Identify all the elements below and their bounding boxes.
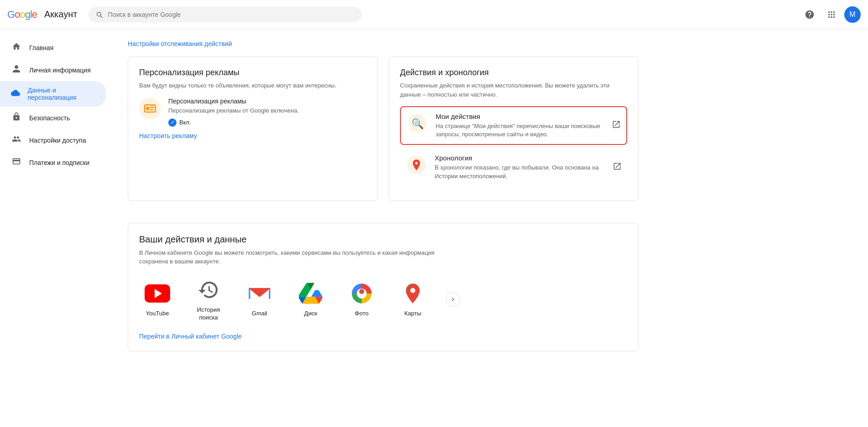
payment-icon: [11, 157, 22, 168]
sidebar: Главная Личная информация Данные и персо…: [0, 29, 109, 362]
timeline-title: Хронология: [435, 154, 605, 162]
svg-point-2: [146, 107, 149, 110]
help-button[interactable]: [800, 5, 819, 24]
history-icon: [196, 277, 221, 303]
cards-row: Персонализация рекламы Вам будут видны т…: [128, 57, 639, 212]
service-maps[interactable]: Карты: [395, 281, 431, 318]
check-icon: ✓: [168, 118, 177, 127]
timeline-icon: [405, 154, 427, 176]
sidebar-item-personal-label: Личная информация: [29, 67, 91, 74]
timeline-desc: В хронологии показано, где вы побывали. …: [435, 164, 605, 180]
ad-icon: [139, 98, 161, 119]
ad-item: Персонализация рекламы Персонализация ре…: [139, 98, 366, 127]
drive-icon: [298, 281, 323, 306]
service-youtube[interactable]: YouTube: [139, 281, 176, 318]
group-icon: [11, 134, 22, 146]
svg-text:🔍: 🔍: [411, 118, 424, 130]
gmail-label: Gmail: [252, 310, 267, 318]
sidebar-item-payments[interactable]: Платежи и подписки: [0, 151, 106, 174]
google-logo-link[interactable]: Google: [7, 9, 37, 21]
actions-card-title: Действия и хронология: [400, 68, 627, 77]
google-logo: Google: [7, 9, 37, 21]
sidebar-item-home[interactable]: Главная: [0, 36, 106, 59]
photos-label: Фото: [355, 310, 369, 318]
services-row: YouTube История поиска: [139, 277, 627, 322]
apps-button[interactable]: [822, 5, 841, 24]
service-photos[interactable]: Фото: [343, 281, 380, 318]
sidebar-item-home-label: Главная: [29, 44, 53, 51]
sidebar-item-security-label: Безопасность: [29, 114, 70, 122]
scroll-right-button[interactable]: [446, 292, 460, 307]
youtube-icon: [145, 281, 170, 306]
search-input[interactable]: [108, 11, 355, 18]
my-activity-info: Мои действия На странице "Мои действия" …: [436, 113, 604, 139]
ad-status-label: Вкл.: [179, 119, 191, 126]
sidebar-item-personal[interactable]: Личная информация: [0, 59, 106, 81]
google-account-link[interactable]: Перейти в Личный кабинет Google: [139, 333, 242, 340]
your-data-title: Ваши действия и данные: [139, 234, 627, 245]
actions-card-desc: Сохраненные действия и история местополо…: [400, 81, 627, 99]
ad-item-desc: Персонализация рекламы от Google включен…: [168, 107, 299, 115]
header-actions: M: [800, 5, 861, 24]
main-content: Настройки отслеживания действий Персонал…: [109, 29, 657, 362]
avatar[interactable]: M: [844, 6, 861, 23]
actions-card: Действия и хронология Сохраненные действ…: [389, 57, 639, 201]
service-drive[interactable]: Диск: [292, 281, 329, 318]
youtube-label: YouTube: [146, 310, 169, 318]
my-activity-desc: На странице "Мои действия" перечислены в…: [436, 122, 604, 139]
my-activity-icon: 🔍: [406, 113, 428, 134]
external-link-icon: [612, 120, 621, 131]
service-gmail[interactable]: Gmail: [241, 281, 278, 318]
my-activity-item[interactable]: 🔍 Мои действия На странице "Мои действия…: [400, 106, 627, 145]
person-icon: [11, 64, 22, 76]
ad-item-title: Персонализация рекламы: [168, 98, 299, 105]
lock-icon: [11, 112, 22, 123]
your-data-desc: В Личном кабинете Google вы можете посмо…: [139, 248, 458, 266]
my-activity-title: Мои действия: [436, 113, 604, 120]
header: Google Аккаунт M: [0, 0, 868, 29]
ad-card-title: Персонализация рекламы: [139, 68, 366, 77]
search-icon: [95, 10, 103, 19]
sidebar-item-data[interactable]: Данные и персонализация: [0, 81, 106, 107]
ad-item-info: Персонализация рекламы Персонализация ре…: [168, 98, 299, 127]
home-icon: [11, 42, 22, 53]
sidebar-item-payments-label: Платежи и подписки: [29, 159, 89, 166]
ad-status: ✓ Вкл.: [168, 118, 299, 127]
maps-icon: [400, 281, 426, 306]
timeline-item[interactable]: Хронология В хронологии показано, где вы…: [400, 149, 627, 185]
your-data-card: Ваши действия и данные В Личном кабинете…: [128, 223, 639, 351]
layout: Главная Личная информация Данные и персо…: [0, 29, 868, 362]
ad-personalization-card: Персонализация рекламы Вам будут видны т…: [128, 57, 378, 201]
tracking-settings-link[interactable]: Настройки отслеживания действий: [128, 40, 639, 47]
search-bar[interactable]: [88, 7, 362, 22]
photos-icon: [349, 281, 374, 306]
sidebar-item-security[interactable]: Безопасность: [0, 107, 106, 129]
maps-label: Карты: [404, 310, 421, 318]
ad-settings-link[interactable]: Настроить рекламу: [139, 132, 197, 139]
sidebar-item-access[interactable]: Настройки доступа: [0, 129, 106, 151]
drive-label: Диск: [304, 310, 317, 318]
timeline-info: Хронология В хронологии показано, где вы…: [435, 154, 605, 180]
data-icon: [11, 88, 20, 100]
ad-card-desc: Вам будут видны только те объявления, ко…: [139, 81, 366, 90]
history-label: История поиска: [197, 306, 220, 322]
service-history[interactable]: История поиска: [190, 277, 227, 322]
page-title: Аккаунт: [44, 9, 77, 20]
sidebar-item-access-label: Настройки доступа: [29, 137, 86, 144]
timeline-external-icon: [613, 162, 622, 173]
sidebar-item-data-label: Данные и персонализация: [27, 87, 95, 101]
gmail-icon: [247, 281, 272, 306]
